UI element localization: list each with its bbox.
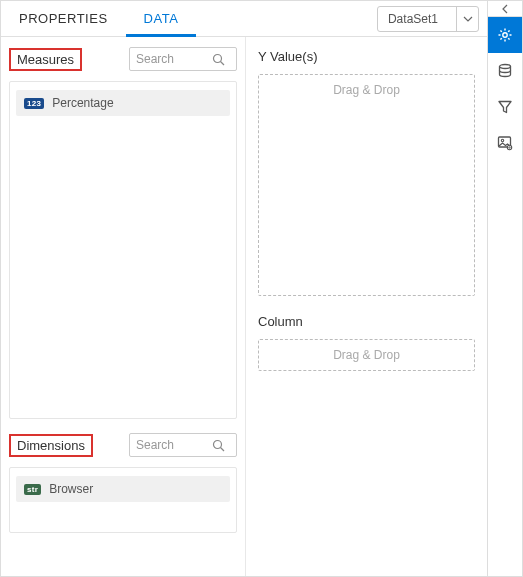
tabs: PROPERTIES DATA (1, 1, 377, 37)
sidebar-filter-button[interactable] (488, 89, 522, 125)
search-icon (206, 439, 230, 452)
measures-title: Measures (9, 48, 82, 71)
gear-icon (496, 26, 514, 44)
svg-line-1 (220, 61, 224, 65)
dimension-label: Browser (49, 482, 93, 496)
sidebar-data-button[interactable] (488, 53, 522, 89)
tab-data[interactable]: DATA (126, 1, 197, 37)
svg-point-9 (509, 147, 510, 148)
svg-line-3 (220, 447, 224, 451)
dropzone-placeholder: Drag & Drop (333, 83, 400, 97)
svg-point-0 (213, 54, 221, 62)
svg-point-5 (500, 65, 511, 69)
y-values-title: Y Value(s) (258, 49, 475, 64)
dimensions-list: str Browser (9, 467, 237, 533)
panel-header: PROPERTIES DATA DataSet1 (1, 1, 487, 37)
numeric-type-icon: 123 (24, 98, 44, 109)
column-title: Column (258, 314, 475, 329)
dataset-value: DataSet1 (378, 12, 456, 26)
measure-item[interactable]: 123 Percentage (16, 90, 230, 116)
dimensions-search-input[interactable] (130, 438, 206, 452)
database-icon (496, 62, 514, 80)
right-sidebar (488, 1, 522, 576)
y-values-dropzone[interactable]: Drag & Drop (258, 74, 475, 296)
dimension-item[interactable]: str Browser (16, 476, 230, 502)
svg-rect-6 (499, 137, 511, 147)
measures-list: 123 Percentage (9, 81, 237, 419)
sidebar-expand-button[interactable] (488, 1, 522, 17)
filter-icon (496, 98, 514, 116)
image-settings-icon (496, 134, 514, 152)
svg-point-2 (213, 440, 221, 448)
chevron-down-icon (456, 6, 478, 32)
svg-point-8 (507, 145, 511, 149)
svg-point-4 (503, 33, 507, 37)
dimensions-title: Dimensions (9, 434, 93, 457)
string-type-icon: str (24, 484, 41, 495)
measures-search-input[interactable] (130, 52, 206, 66)
dropzone-placeholder: Drag & Drop (333, 348, 400, 362)
svg-point-7 (501, 139, 503, 141)
dimensions-search[interactable] (129, 433, 237, 457)
column-dropzone[interactable]: Drag & Drop (258, 339, 475, 371)
measure-label: Percentage (52, 96, 113, 110)
sidebar-image-button[interactable] (488, 125, 522, 161)
measures-search[interactable] (129, 47, 237, 71)
dataset-dropdown[interactable]: DataSet1 (377, 6, 479, 32)
sidebar-settings-button[interactable] (488, 17, 522, 53)
tab-properties[interactable]: PROPERTIES (1, 1, 126, 37)
search-icon (206, 53, 230, 66)
